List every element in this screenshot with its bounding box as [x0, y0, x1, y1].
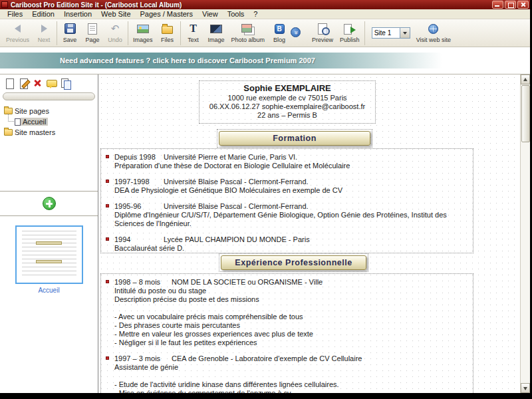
comment-icon[interactable]: [46, 78, 57, 89]
thumbnail-preview: [36, 260, 62, 263]
tree-item-accueil[interactable]: Accueil: [1, 116, 96, 127]
cv-extra: 22 ans – Permis B: [201, 111, 374, 120]
preview-button[interactable]: Preview: [309, 21, 336, 44]
next-button[interactable]: Next: [33, 21, 55, 44]
cv-address: 1000 rue exemple de cv 75015 Paris: [201, 94, 374, 102]
formation-title: Formation: [219, 131, 370, 146]
images-button[interactable]: Images: [130, 21, 156, 44]
page-button[interactable]: Page: [81, 21, 104, 44]
blog-button[interactable]: Blog: [268, 21, 291, 44]
photo-album-icon: [240, 21, 256, 36]
page-thumbnail[interactable]: [15, 225, 83, 284]
toolbar-separator: [364, 21, 365, 45]
experience-entry: 1997 – 3 moisCEA de Grenoble - Laboratoi…: [105, 354, 469, 393]
bullet-icon: [106, 356, 109, 360]
tree-item-site-masters[interactable]: Site masters: [1, 127, 96, 138]
minimize-button[interactable]: [492, 1, 503, 9]
formation-header-box[interactable]: Formation: [217, 129, 372, 148]
titlebar[interactable]: Cariboost Pro Edition Site it - (Cariboo…: [0, 0, 530, 9]
new-page-icon[interactable]: [4, 78, 15, 89]
copy-page-icon[interactable]: [60, 78, 71, 89]
menu-tools[interactable]: Tools: [223, 10, 249, 18]
toolbar-separator: [57, 21, 57, 45]
banner-area: Need advanced features ? click here to d…: [0, 47, 530, 74]
menu-view[interactable]: View: [198, 10, 223, 18]
menu-files[interactable]: Files: [3, 10, 27, 18]
formation-entry: 1997-1998Université Blaise Pascal - Cler…: [105, 178, 469, 195]
undo-button[interactable]: Undo: [104, 21, 126, 44]
photo-album-button[interactable]: Photo album: [228, 21, 269, 44]
tree-item-site-pages[interactable]: Site pages: [1, 106, 96, 116]
folder-icon: [4, 129, 13, 136]
bullet-icon: [106, 180, 109, 183]
menu-edition[interactable]: Edition: [27, 10, 59, 18]
site-selector[interactable]: Site 1: [372, 27, 410, 39]
pages-panel-header[interactable]: [3, 92, 95, 100]
save-icon: [62, 21, 78, 36]
menu-bar: Files Edition Insertion Web Site Pages /…: [0, 9, 530, 19]
experience-list-box[interactable]: 1998 – 8 moisNOM DE LA SOCIETE ou ORGANI…: [100, 273, 473, 393]
menu-web-site[interactable]: Web Site: [96, 10, 135, 18]
publish-button[interactable]: Publish: [336, 21, 363, 44]
close-button[interactable]: [517, 1, 529, 9]
files-button[interactable]: Files: [156, 21, 179, 44]
premium-banner-text: Need advanced features ? click here to d…: [60, 57, 315, 65]
cv-header-box[interactable]: Sophie EXEMPLAIRE 1000 rue exemple de cv…: [199, 80, 376, 124]
window-controls: [492, 1, 529, 9]
experience-entry: 1998 – 8 moisNOM DE LA SOCIETE ou ORGANI…: [105, 278, 469, 347]
add-page-icon[interactable]: [43, 197, 56, 210]
overflow-chevron-icon[interactable]: [291, 27, 301, 37]
visit-web-site-button[interactable]: Visit web site: [413, 21, 454, 44]
previous-button[interactable]: Previous: [3, 21, 33, 44]
maximize-button[interactable]: [505, 1, 516, 9]
formation-entry: 1995-96Université Blaise Pascal - Clermo…: [105, 202, 469, 228]
globe-icon: [426, 21, 442, 36]
bullet-icon: [106, 155, 109, 158]
thumbnail-preview: [36, 241, 62, 245]
images-icon: [135, 21, 151, 36]
premium-banner[interactable]: Need advanced features ? click here to d…: [0, 53, 442, 68]
scrollbar-thumb[interactable]: [521, 85, 530, 142]
thumbnail-area: Accueil: [0, 216, 98, 294]
page-canvas[interactable]: Sophie EXEMPLAIRE 1000 rue exemple de cv…: [98, 74, 520, 393]
text-icon: [186, 21, 201, 36]
formation-entry: 1994Lycée PAUL CHAMPION DU MONDE - Paris…: [105, 235, 469, 253]
preview-icon: [315, 21, 331, 36]
app-icon: [1, 1, 8, 8]
edit-page-icon[interactable]: [18, 78, 29, 89]
toolbar-separator: [180, 21, 181, 45]
scroll-down-button[interactable]: [521, 383, 530, 393]
image-button[interactable]: Image: [205, 21, 228, 44]
toolbar-separator: [128, 21, 128, 45]
site-selector-value[interactable]: Site 1: [372, 27, 400, 39]
cv-contact: 06.XX.06.12.27 sophie-exemplaire@cariboo…: [201, 102, 374, 111]
menu-help[interactable]: ?: [249, 10, 262, 18]
cv-name: Sophie EXEMPLAIRE: [201, 83, 374, 94]
formation-list-box[interactable]: Depuis 1998Université Pierre et Marie Cu…: [100, 148, 473, 253]
image-icon: [208, 21, 224, 36]
site-tree: Site pages Accueil Site masters: [0, 102, 98, 191]
screen: Cariboost Pro Edition Site it - (Cariboo…: [0, 0, 532, 399]
page-icon: [84, 21, 100, 36]
chevron-down-icon[interactable]: [400, 27, 410, 39]
blog-icon: [271, 21, 287, 36]
undo-icon: [107, 21, 123, 36]
experience-header-box[interactable]: Expérience Professionnelle: [219, 253, 368, 272]
menu-insertion[interactable]: Insertion: [59, 10, 96, 18]
page-icon: [15, 118, 21, 126]
vertical-scrollbar[interactable]: [520, 74, 530, 393]
files-icon: [160, 21, 176, 36]
add-page-strip: [0, 191, 98, 216]
next-icon: [36, 21, 52, 36]
delete-page-icon[interactable]: [32, 78, 43, 89]
pages-panel: Site pages Accueil Site masters: [0, 74, 98, 393]
menu-pages-masters[interactable]: Pages / Masters: [136, 10, 198, 18]
text-button[interactable]: Text: [182, 21, 205, 44]
experience-title: Expérience Professionnelle: [221, 255, 366, 270]
screen-edge: [0, 393, 532, 399]
scroll-up-button[interactable]: [521, 74, 530, 84]
save-button[interactable]: Save: [59, 21, 81, 44]
bullet-icon: [106, 204, 109, 207]
toolbar: Previous Next Save Page Undo Images File…: [0, 19, 530, 47]
thumbnail-preview: [22, 231, 76, 279]
